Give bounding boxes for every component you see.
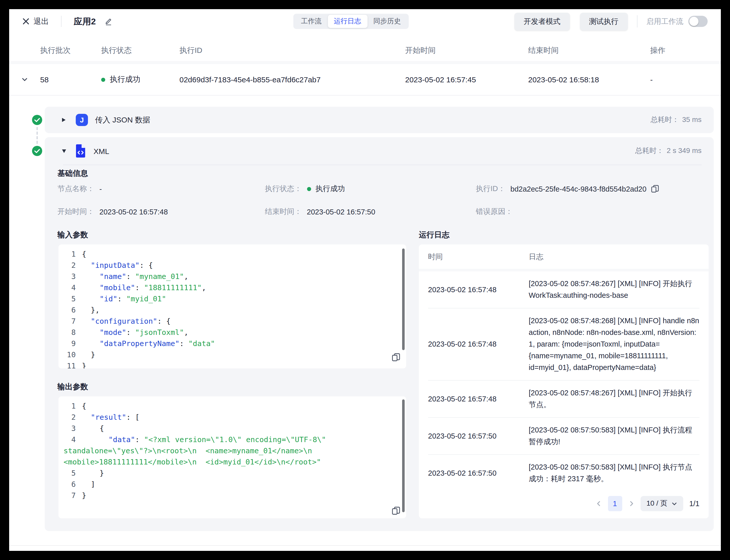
log-time: 2023-05-02 16:57:48 bbox=[428, 284, 529, 295]
topbar-left: 退出 应用2 bbox=[22, 15, 113, 27]
info-field-value: 执行成功 bbox=[307, 184, 345, 194]
info-field-value: 2023-05-02 16:57:50 bbox=[307, 208, 375, 216]
pagination: 1 10 / 页 1/1 bbox=[596, 496, 700, 511]
code-line: 3 { bbox=[64, 423, 393, 434]
line-number: 8 bbox=[64, 327, 76, 338]
json-node-icon: J bbox=[76, 114, 88, 126]
input-params-code: 1{2 "inputData": {3 "name": "myname_01",… bbox=[58, 244, 406, 368]
batch-column-header: 执行状态 bbox=[101, 45, 179, 55]
code-line: 6 ] bbox=[64, 479, 393, 490]
page-number-button[interactable]: 1 bbox=[608, 496, 622, 511]
line-number: 6 bbox=[64, 304, 76, 316]
line-number: 5 bbox=[64, 468, 76, 479]
screen: 退出 应用2 工作流运行日志同步历史 开发者模式 测试执行 启用工作流 执行批次… bbox=[0, 0, 730, 560]
test-run-button[interactable]: 测试执行 bbox=[580, 12, 628, 30]
log-row: 2023-05-02 16:57:48[2023-05-02 08:57:48:… bbox=[428, 271, 700, 308]
batch-start-time: 2023-05-02 16:57:45 bbox=[405, 75, 528, 84]
scrollbar[interactable] bbox=[402, 399, 405, 512]
log-time: 2023-05-02 16:57:50 bbox=[428, 430, 529, 442]
page-size-select[interactable]: 10 / 页 bbox=[640, 496, 683, 511]
batch-table-header: 执行批次执行状态执行ID开始时间结束时间操作 bbox=[9, 40, 721, 61]
node-duration: 总耗时：2 s 349 ms bbox=[635, 146, 702, 155]
node-duration: 总耗时：35 ms bbox=[651, 115, 702, 125]
app-window: 退出 应用2 工作流运行日志同步历史 开发者模式 测试执行 启用工作流 执行批次… bbox=[9, 9, 721, 551]
run-log-rows: 2023-05-02 16:57:48[2023-05-02 08:57:48:… bbox=[428, 271, 700, 491]
info-field: 结束时间：2023-05-02 16:57:50 bbox=[265, 207, 476, 216]
scrollbar[interactable] bbox=[402, 248, 405, 350]
node-name: XML bbox=[93, 147, 109, 155]
line-number: 3 bbox=[64, 423, 76, 434]
log-time: 2023-05-02 16:57:50 bbox=[428, 467, 529, 479]
copy-exec-id-icon[interactable] bbox=[651, 185, 659, 193]
node-header-json[interactable]: J 传入 JSON 数据 总耗时：35 ms bbox=[45, 107, 714, 133]
caret-right-icon bbox=[62, 118, 66, 122]
edit-title-icon[interactable] bbox=[105, 18, 113, 25]
topbar-right: 开发者模式 测试执行 启用工作流 bbox=[515, 12, 708, 30]
node-success-check-icon bbox=[32, 115, 42, 125]
collapse-chevron-icon[interactable] bbox=[9, 76, 40, 83]
run-log-header: 时间 日志 bbox=[428, 244, 700, 269]
batch-column-header: 执行ID bbox=[179, 45, 405, 55]
exit-button[interactable]: 退出 bbox=[22, 17, 49, 26]
code-line: 11} bbox=[64, 360, 393, 368]
line-number: 3 bbox=[64, 271, 76, 282]
info-field-label: 节点名称： bbox=[57, 184, 94, 194]
batch-end-time: 2023-05-02 16:58:18 bbox=[528, 75, 650, 84]
info-field-value: - bbox=[99, 185, 102, 193]
batch-column-header: 开始时间 bbox=[405, 45, 528, 55]
code-line: 1{ bbox=[64, 400, 393, 412]
log-row: 2023-05-02 16:57:50[2023-05-02 08:57:50:… bbox=[428, 418, 700, 455]
tab-sync-history[interactable]: 同步历史 bbox=[367, 15, 407, 28]
base-info-fields: 节点名称：-执行状态：执行成功执行ID：bd2a2ec5-25fe-454c-9… bbox=[57, 184, 702, 216]
success-dot-icon bbox=[307, 187, 311, 191]
node-success-check-icon bbox=[32, 146, 42, 156]
code-line: 4 "mobile": "18811111111", bbox=[64, 282, 393, 293]
log-message: [2023-05-02 08:57:50:583] [XML] [INFO] 执… bbox=[529, 461, 700, 485]
code-line: 10 } bbox=[64, 349, 393, 360]
info-field: 开始时间：2023-05-02 16:57:48 bbox=[57, 207, 265, 216]
line-number: 11 bbox=[64, 360, 76, 368]
run-log-title: 运行日志 bbox=[419, 230, 450, 240]
enable-workflow-toggle[interactable] bbox=[688, 16, 708, 27]
line-number: 1 bbox=[64, 400, 76, 412]
code-line: 5 } bbox=[64, 468, 393, 479]
exit-label: 退出 bbox=[34, 17, 49, 26]
batch-column-header: 结束时间 bbox=[528, 45, 650, 55]
node-name: 传入 JSON 数据 bbox=[95, 115, 150, 125]
batch-status-label: 执行成功 bbox=[110, 75, 140, 84]
output-params-code: 1{2 "result": [3 {4 "data": "<?xml versi… bbox=[58, 396, 406, 518]
line-number: 7 bbox=[64, 316, 76, 327]
log-time: 2023-05-02 16:57:48 bbox=[428, 338, 529, 350]
node-panel-xml: XML 总耗时：2 s 349 ms 基础信息 节点名称：-执行状态：执行成功执… bbox=[45, 137, 714, 531]
line-number: 9 bbox=[64, 338, 76, 349]
code-line: 8 "mode": "jsonToxml", bbox=[64, 327, 393, 338]
info-field: 执行状态：执行成功 bbox=[265, 184, 476, 194]
log-column-time: 时间 bbox=[428, 252, 529, 261]
log-column-message: 日志 bbox=[529, 252, 700, 261]
code-line: 6 }, bbox=[64, 304, 393, 316]
toggle-knob bbox=[689, 17, 698, 26]
tab-run-log[interactable]: 运行日志 bbox=[327, 15, 367, 28]
info-field: 节点名称：- bbox=[57, 184, 265, 194]
success-dot-icon bbox=[101, 77, 105, 82]
line-number: 1 bbox=[64, 248, 76, 260]
prev-page-icon[interactable] bbox=[596, 501, 602, 507]
info-field-value: bd2a2ec5-25fe-454c-9843-f8d554b2ad20 bbox=[510, 185, 646, 193]
next-page-icon[interactable] bbox=[628, 501, 634, 507]
code-line: 7 "configuration": { bbox=[64, 316, 393, 327]
xml-node-icon bbox=[75, 144, 86, 158]
info-field-label: 开始时间： bbox=[57, 207, 94, 216]
line-number: 4 bbox=[64, 434, 76, 445]
node-header-xml[interactable]: XML 总耗时：2 s 349 ms bbox=[45, 137, 714, 165]
tab-workflow[interactable]: 工作流 bbox=[295, 15, 327, 28]
batch-status: 执行成功 bbox=[101, 75, 179, 84]
divider bbox=[637, 15, 637, 27]
code-line: 4 "data": "<?xml version=\"1.0\" encodin… bbox=[64, 434, 393, 468]
code-line: 3 "name": "myname_01", bbox=[64, 271, 393, 282]
divider bbox=[61, 16, 61, 27]
copy-output-icon[interactable] bbox=[392, 507, 400, 515]
developer-mode-button[interactable]: 开发者模式 bbox=[515, 12, 570, 30]
chevron-down-icon bbox=[672, 501, 677, 506]
footer-divider bbox=[9, 545, 721, 546]
copy-input-icon[interactable] bbox=[392, 353, 400, 361]
